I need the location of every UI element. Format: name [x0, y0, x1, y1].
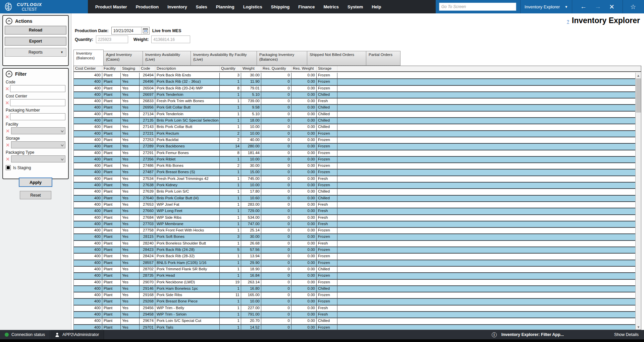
menu-item-inventory[interactable]: Inventory — [167, 4, 187, 9]
table-row[interactable]: 400PlantYes27660WIP Long Feet1729.0000.0… — [74, 208, 635, 215]
close-icon[interactable]: ✕ — [609, 3, 614, 11]
production-date-input[interactable] — [112, 28, 141, 33]
column-header-code[interactable]: Code — [140, 66, 155, 71]
export-button[interactable]: Export — [5, 37, 66, 46]
menu-item-metrics[interactable]: Metrics — [323, 4, 339, 9]
filter-select-storage[interactable] — [11, 141, 65, 148]
table-row[interactable]: 400PlantYes27640Bnls Pork Collar Butt (H… — [74, 196, 635, 202]
column-header-quantity[interactable]: Quantity — [220, 66, 241, 71]
status-message[interactable]: i Inventory Explorer: Filter App... — [492, 332, 564, 337]
forward-arrow-icon[interactable]: → — [595, 3, 601, 10]
column-header-weight[interactable]: Weight — [241, 66, 261, 71]
table-row[interactable]: 400PlantYes26956Pork Gilt Collar Butt19.… — [74, 105, 635, 111]
clear-filter-icon[interactable]: ✕ — [5, 114, 9, 120]
collapse-chevron-icon[interactable] — [6, 18, 12, 24]
table-row[interactable]: 400PlantYes27289Pork Backbones14280.0000… — [74, 144, 635, 150]
table-row[interactable]: 400PlantYes27487Pork Breast Bones (S)115… — [74, 169, 635, 176]
column-header-cost-center[interactable]: Cost Center — [74, 66, 102, 71]
table-row[interactable]: 400PlantYes28735Pork Head116.8400.00Froz… — [74, 273, 635, 279]
table-row[interactable]: 400PlantYes27231Pork Rectum210.0000.00Fr… — [74, 131, 635, 137]
table-row[interactable]: 400PlantYes27758Pork Front Feet With Hoc… — [74, 228, 635, 234]
table-row[interactable]: 400PlantYes27639Bnls Pork Loin S/C117.80… — [74, 189, 635, 195]
column-header-storage[interactable]: Storage — [317, 66, 337, 71]
menu-item-logistics[interactable]: Logistics — [243, 4, 262, 9]
menu-item-production[interactable]: Production — [136, 4, 159, 9]
table-row[interactable]: 400PlantYes28240Pork Boneless Shoulder B… — [74, 241, 635, 247]
table-row[interactable]: 400PlantYes29070Pork Neckbone (LWD)19263… — [74, 280, 635, 286]
menu-item-sales[interactable]: Sales — [196, 4, 207, 9]
column-header-description[interactable]: Description — [155, 66, 220, 71]
tab-packaging-inventory-balances[interactable]: Packaging Inventory(Balances) — [257, 51, 307, 66]
reset-button[interactable]: Reset — [20, 191, 51, 199]
scrollbar-thumb[interactable] — [636, 78, 641, 113]
table-row[interactable]: 400PlantYes29458WIP Trim - Sirloin1791.0… — [74, 312, 635, 318]
reports-dropdown-button[interactable]: Reports ▼ — [5, 48, 66, 57]
table-row[interactable]: 400PlantYes27684WIP Side Ribs1534.0000.0… — [74, 215, 635, 221]
menu-item-product-master[interactable]: Product Master — [95, 4, 127, 9]
help-link[interactable]: ? — [567, 19, 569, 24]
table-row[interactable]: 400PlantYes27143Bnls Pork Collar Butt110… — [74, 124, 635, 131]
table-row[interactable]: 400PlantYes26504Pork Back Rib (20-24) IW… — [74, 86, 635, 92]
table-row[interactable]: 400PlantYes27356Pork Riblet110.0000.00Fr… — [74, 157, 635, 163]
table-row[interactable]: 400PlantYes26494Pork Back Rib Ends330.00… — [74, 73, 635, 79]
clear-filter-icon[interactable]: ✕ — [5, 156, 10, 162]
table-row[interactable]: 400PlantYes29456WIP Trim - Belly1227.000… — [74, 305, 635, 312]
table-row[interactable]: 400PlantYes28423Pork Back Rib (24-28)557… — [74, 247, 635, 254]
show-details-link[interactable]: Show Details — [614, 332, 639, 337]
table-row[interactable]: 400PlantYes27134Pork Tenderloin15.1000.0… — [74, 112, 635, 118]
clear-filter-icon[interactable]: ✕ — [5, 100, 9, 106]
favorite-star-icon[interactable]: ☆ — [630, 3, 636, 11]
back-arrow-icon[interactable]: ← — [580, 3, 587, 10]
tab-shipped-not-billed-orders[interactable]: Shipped Not Billed Orders — [307, 51, 366, 66]
table-row[interactable]: 400PlantYes26697Pork Tenderloin15.1000.0… — [74, 92, 635, 98]
menu-item-shipping[interactable]: Shipping — [271, 4, 290, 9]
menu-item-planning[interactable]: Planning — [216, 4, 234, 9]
tab-inventory-balances[interactable]: Inventory(Balances) — [73, 50, 104, 66]
tab-aged-inventory-cases[interactable]: Aged Inventory(Cases) — [103, 51, 143, 66]
go-to-screen-input[interactable] — [439, 3, 516, 11]
column-header-staging[interactable]: Staging — [121, 66, 140, 71]
table-row[interactable]: 400PlantYes27486Pork Rib Bones230.0000.0… — [74, 163, 635, 169]
collapse-chevron-icon[interactable] — [6, 71, 12, 77]
menu-item-finance[interactable]: Finance — [298, 4, 315, 9]
table-row[interactable]: 400PlantYes26496Pork Back Rib (32 - 36oz… — [74, 79, 635, 85]
tab-partial-orders[interactable]: Partial Orders — [366, 51, 400, 66]
table-row[interactable]: 400PlantYes27638Pork Kidney110.0000.00Fr… — [74, 183, 635, 189]
table-row[interactable]: 400PlantYes27135Bnls Pork Loin SC Specia… — [74, 118, 635, 124]
filter-input-cost-center[interactable] — [10, 99, 65, 106]
scroll-down-icon[interactable]: ▼ — [636, 324, 641, 330]
table-row[interactable]: 400PlantYes27653WIP Jowl Fat1283.0000.00… — [74, 202, 635, 208]
is-staging-checkbox[interactable] — [6, 165, 11, 170]
table-row[interactable]: 400PlantYes29168Pork Side Ribs11165.0000… — [74, 292, 635, 299]
table-row[interactable]: 400PlantYes28702Pork Trimmed Flank SR Be… — [74, 267, 635, 273]
calendar-button[interactable]: 15 — [141, 27, 149, 34]
reload-button[interactable]: Reload — [5, 26, 66, 35]
apply-button[interactable]: Apply — [19, 178, 52, 187]
scroll-up-icon[interactable]: ▲ — [636, 73, 641, 78]
clear-filter-icon[interactable]: ✕ — [5, 128, 10, 134]
column-header-facility[interactable]: Facility — [102, 66, 121, 71]
screen-selector-dropdown[interactable]: Inventory Explorer ▼ — [525, 4, 568, 9]
filter-select-facility[interactable] — [11, 127, 65, 134]
column-header-res-weight[interactable]: Res. Weight — [291, 66, 317, 71]
clear-filter-icon[interactable]: ✕ — [5, 142, 10, 148]
table-row[interactable]: 400PlantYes29674Pork Loin S/C Special Cu… — [74, 318, 635, 325]
table-row[interactable]: 400PlantYes29268Pork Breast Bone Piece11… — [74, 299, 635, 305]
table-row[interactable]: 400PlantYes27253Pork Backfat240.0000.00F… — [74, 137, 635, 144]
table-row[interactable]: 400PlantYes28557BNLS Pork Ham (C105) 1/1… — [74, 260, 635, 267]
filter-input-code[interactable] — [10, 85, 65, 92]
table-row[interactable]: 400PlantYes28424Pork Back Rib (28-32)113… — [74, 254, 635, 260]
filter-input-packaging-number[interactable] — [10, 113, 65, 120]
filter-select-packaging-type[interactable] — [11, 155, 65, 162]
table-row[interactable]: 400PlantYes29146Pork Ham Boneless 1pc116… — [74, 286, 635, 292]
table-row[interactable]: 400PlantYes28115Pork Soft Bones330.0000.… — [74, 234, 635, 241]
table-row[interactable]: 400PlantYes26833Fresh Pork Trim with Bon… — [74, 98, 635, 105]
tab-inventory-availability-live[interactable]: Inventory Availability(Live) — [143, 51, 191, 66]
column-header-res-quantity[interactable]: Res. Quantity — [261, 66, 291, 71]
table-row[interactable]: 400PlantYes27534Fresh Pork Jowl Trimming… — [74, 176, 635, 183]
clear-filter-icon[interactable]: ✕ — [5, 86, 9, 91]
table-row[interactable]: 400PlantYes29701Pork Tails114.5200.00Fro… — [74, 325, 635, 330]
vertical-scrollbar[interactable]: ▲ ▼ — [635, 73, 641, 330]
tab-inventory-availability-by-facility-live[interactable]: Inventory Availability By Facility(Live) — [191, 51, 257, 66]
menu-item-system[interactable]: System — [347, 4, 363, 9]
